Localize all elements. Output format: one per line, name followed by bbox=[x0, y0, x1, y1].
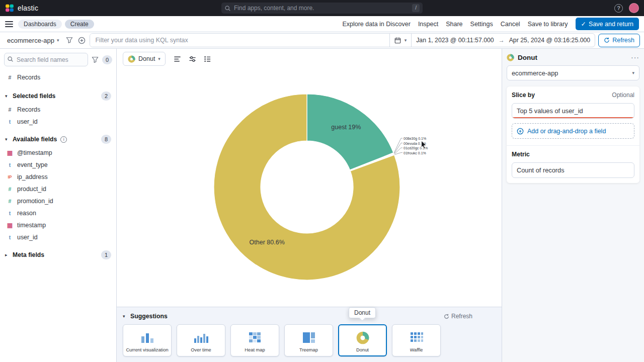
chevron-down-icon: ▾ bbox=[158, 57, 160, 61]
suggestion-waffle[interactable]: Waffle bbox=[392, 324, 441, 356]
global-search-placeholder: Find apps, content, and more. bbox=[234, 5, 409, 12]
available-fields-count-badge: 8 bbox=[101, 135, 111, 144]
add-field-button[interactable]: Add or drag-and-drop a field bbox=[512, 123, 634, 139]
field-item-event_type[interactable]: t event_type bbox=[4, 159, 112, 171]
check-icon: ✓ bbox=[581, 20, 586, 28]
link-share[interactable]: Share bbox=[446, 21, 462, 28]
link-cancel[interactable]: Cancel bbox=[501, 21, 520, 28]
query-refresh-button[interactable]: Refresh bbox=[598, 34, 640, 47]
link-explore-in-discover[interactable]: Explore data in Discover bbox=[342, 21, 410, 28]
field-filter-icon[interactable] bbox=[91, 55, 100, 64]
kql-query-input[interactable] bbox=[90, 34, 389, 47]
keyword-field-icon: t bbox=[6, 119, 14, 125]
meta-fields-count-badge: 1 bbox=[101, 250, 111, 259]
link-settings[interactable]: Settings bbox=[470, 21, 493, 28]
suggestions-refresh-button[interactable]: Refresh bbox=[444, 313, 472, 320]
date-range-end[interactable]: Apr 25, 2024 @ 03:16:25.000 bbox=[505, 37, 595, 44]
unified-search-bar: ecommerce-app ▾ ▾ Jan 1, 2023 @ 00:11:57… bbox=[0, 32, 644, 49]
slash-shortcut-badge: / bbox=[412, 4, 420, 12]
date-picker-toggle[interactable]: ▾ bbox=[390, 37, 412, 44]
keyword-field-icon: t bbox=[6, 210, 14, 216]
keyword-field-icon: t bbox=[6, 162, 14, 168]
suggestion-current-visualization[interactable]: Current visualization bbox=[123, 324, 172, 356]
section-meta-fields: ▸ Meta fields 1 bbox=[4, 249, 112, 260]
chevron-down-icon[interactable]: ▾ bbox=[123, 314, 128, 319]
field-search-input[interactable] bbox=[4, 53, 88, 66]
plus-circle-icon bbox=[517, 128, 524, 135]
search-icon bbox=[224, 5, 231, 12]
help-icon[interactable]: ? bbox=[614, 4, 623, 13]
selected-fields-count-badge: 2 bbox=[101, 92, 111, 101]
field-item-reason[interactable]: t reason bbox=[4, 207, 112, 219]
link-save-to-library[interactable]: Save to library bbox=[528, 21, 568, 28]
add-filter-icon[interactable] bbox=[77, 36, 87, 45]
suggestions-title: Suggestions bbox=[130, 313, 168, 320]
donut-chart-icon bbox=[356, 331, 369, 344]
tooltip: Donut bbox=[349, 307, 376, 318]
field-item-records[interactable]: # Records bbox=[4, 71, 112, 83]
field-list-sidebar: 0 # Records ▾ Selected fields 2 # Record… bbox=[0, 49, 117, 362]
field-item-ip_address[interactable]: IP ip_address bbox=[4, 171, 112, 183]
number-field-icon: # bbox=[6, 74, 14, 80]
field-item-records[interactable]: # Records bbox=[4, 104, 112, 116]
suggestion-donut[interactable]: Donut bbox=[338, 324, 387, 356]
link-inspect[interactable]: Inspect bbox=[418, 21, 438, 28]
labels-settings-icon[interactable] bbox=[171, 52, 185, 66]
chart-type-switcher-button[interactable]: Donut ▾ bbox=[123, 52, 166, 66]
suggestions-panel: ▾ Suggestions Refresh Current visualizat… bbox=[117, 307, 502, 362]
field-item-product_id[interactable]: # product_id bbox=[4, 183, 112, 195]
chevron-down-icon: ▾ bbox=[57, 38, 59, 43]
menu-icon[interactable] bbox=[5, 21, 13, 27]
layer-dataview-select[interactable]: ecommerce-app ▾ bbox=[507, 65, 639, 80]
suggestion-heat-map[interactable]: Heat map bbox=[230, 324, 279, 356]
field-item-user_id[interactable]: t user_id bbox=[4, 231, 112, 243]
number-field-icon: # bbox=[6, 107, 14, 113]
layer-settings-card: Slice by Optional Top 5 values of user_i… bbox=[507, 86, 639, 183]
slice-label: guest 19% bbox=[331, 124, 361, 131]
section-header-meta-fields[interactable]: ▸ Meta fields 1 bbox=[4, 249, 112, 260]
keyword-field-icon: t bbox=[6, 234, 14, 240]
optional-label: Optional bbox=[612, 92, 634, 99]
section-selected-fields: ▾ Selected fields 2 # Records t user_id bbox=[4, 90, 112, 128]
waffle-chart-icon bbox=[410, 331, 424, 344]
ip-field-icon: IP bbox=[6, 174, 14, 179]
filter-icon[interactable] bbox=[65, 36, 74, 45]
section-header-available-fields[interactable]: ▾ Available fields i 8 bbox=[4, 134, 112, 145]
breadcrumb: Dashboards Create bbox=[18, 20, 94, 29]
global-header: elastic Find apps, content, and more. / … bbox=[0, 0, 644, 16]
breadcrumb-dashboards[interactable]: Dashboards bbox=[18, 20, 62, 29]
chevron-right-icon: ▸ bbox=[5, 252, 10, 257]
suggestion-over-time[interactable]: Over time bbox=[177, 324, 225, 356]
slice-label: Other 80.6% bbox=[250, 239, 285, 246]
chevron-down-icon: ▾ bbox=[5, 137, 10, 142]
field-item-timestamp[interactable]: ▦ timestamp bbox=[4, 219, 112, 231]
chevron-down-icon: ▾ bbox=[405, 38, 407, 43]
suggestion-treemap[interactable]: Treemap bbox=[284, 324, 333, 356]
breadcrumb-create: Create bbox=[65, 20, 94, 29]
label-leader-line bbox=[394, 138, 403, 153]
slice-label-outside: 008e30g 0.1% bbox=[404, 137, 426, 141]
field-item-user_id[interactable]: t user_id bbox=[4, 116, 112, 128]
dataview-picker-button[interactable]: ecommerce-app ▾ bbox=[4, 34, 62, 47]
field-item-promotion_id[interactable]: # promotion_id bbox=[4, 195, 112, 207]
save-and-return-button[interactable]: ✓ Save and return bbox=[576, 18, 639, 30]
brand-name: elastic bbox=[18, 4, 38, 12]
user-avatar[interactable] bbox=[629, 3, 639, 13]
legend-settings-icon[interactable] bbox=[201, 52, 215, 66]
section-header-selected-fields[interactable]: ▾ Selected fields 2 bbox=[4, 90, 112, 102]
dimension-count-of-records[interactable]: Count of records bbox=[512, 162, 634, 178]
info-icon[interactable]: i bbox=[60, 136, 67, 143]
dimension-top-values-user-id[interactable]: Top 5 values of user_id bbox=[512, 103, 634, 119]
query-input-group: ▾ Jan 1, 2023 @ 00:11:57.000 → Apr 25, 2… bbox=[90, 33, 595, 47]
divider bbox=[507, 145, 639, 146]
brand[interactable]: elastic bbox=[5, 4, 38, 13]
calendar-icon bbox=[394, 37, 401, 44]
donut-chart-icon bbox=[128, 55, 135, 63]
layer-actions-icon[interactable]: ··· bbox=[631, 53, 639, 61]
chevron-down-icon: ▾ bbox=[5, 94, 10, 99]
appearance-settings-icon[interactable] bbox=[186, 52, 200, 66]
date-range-start[interactable]: Jan 1, 2023 @ 00:11:57.000 bbox=[412, 37, 498, 44]
label-leader-line bbox=[394, 143, 403, 154]
field-item-@timestamp[interactable]: ▦ @timestamp bbox=[4, 147, 112, 159]
global-search-input[interactable]: Find apps, content, and more. / bbox=[221, 3, 423, 14]
